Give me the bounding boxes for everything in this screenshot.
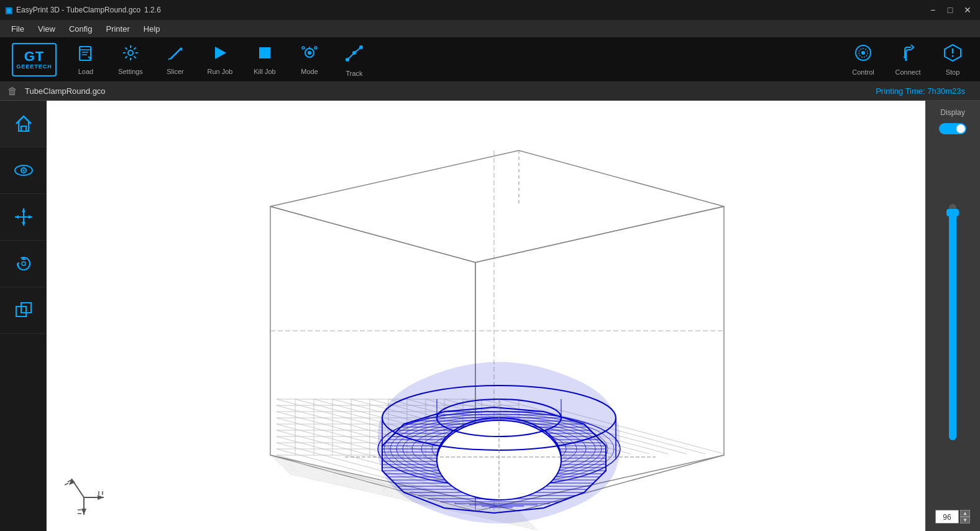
logo-gt: GT	[24, 50, 45, 63]
stop-icon	[943, 44, 962, 66]
print-time-label: Printing Time: 7h30m23s	[876, 86, 965, 96]
control-icon	[854, 44, 872, 66]
menu-view[interactable]: View	[32, 22, 62, 36]
svg-point-25	[952, 55, 954, 57]
svg-marker-165	[81, 509, 86, 515]
stop-label: Stop	[946, 68, 960, 76]
toolbar-settings[interactable]: Settings	[109, 41, 152, 78]
layer-slider-thumb[interactable]	[946, 209, 959, 216]
svg-point-12	[314, 47, 317, 49]
svg-point-20	[861, 51, 865, 55]
svg-marker-33	[22, 222, 25, 226]
close-button[interactable]: ✕	[960, 2, 975, 17]
svg-marker-34	[15, 215, 19, 219]
minimize-button[interactable]: −	[925, 2, 940, 17]
slider-up-arrow[interactable]: ▲	[960, 510, 970, 517]
mode-label: Mode	[301, 68, 318, 75]
layer-slider-container	[930, 141, 975, 504]
kill-job-icon	[256, 44, 273, 65]
svg-rect-8	[259, 47, 270, 58]
slicer-label: Slicer	[167, 68, 184, 75]
display-toggle[interactable]	[939, 123, 966, 134]
logo-text: GEEETECH	[16, 63, 52, 70]
slider-value-box: 96 ▲ ▼	[935, 510, 970, 524]
toolbar: GT GEEETECH Load Settings	[0, 37, 980, 82]
app-version: 1.2.6	[144, 6, 161, 14]
toolbar-connect[interactable]: Connect	[887, 41, 929, 78]
maximize-button[interactable]: □	[943, 2, 958, 17]
sidebar-rotate[interactable]	[0, 241, 47, 287]
svg-marker-35	[29, 215, 32, 219]
load-icon	[77, 44, 94, 65]
svg-point-23	[905, 58, 907, 61]
toolbar-kill-job[interactable]: Kill Job	[244, 41, 286, 78]
svg-point-22	[904, 56, 906, 58]
kill-job-label: Kill Job	[254, 68, 275, 75]
svg-marker-7	[215, 47, 226, 59]
menu-file[interactable]: File	[5, 22, 30, 36]
viewport-svg	[47, 101, 925, 531]
layer-slider-fill	[949, 213, 956, 440]
toolbar-control[interactable]: Control	[842, 41, 884, 78]
slider-arrows: ▲ ▼	[960, 510, 970, 524]
titlebar-controls: − □ ✕	[925, 2, 975, 17]
sidebar-clone[interactable]	[0, 287, 47, 334]
svg-line-167	[65, 483, 68, 485]
toolbar-stop[interactable]: Stop	[932, 41, 974, 78]
axes-indicator	[59, 466, 109, 519]
svg-point-37	[22, 262, 25, 266]
menu-printer[interactable]: Printer	[99, 22, 135, 36]
svg-point-10	[308, 51, 311, 55]
track-icon	[344, 42, 365, 67]
3d-object	[376, 362, 620, 524]
svg-point-4	[128, 50, 133, 55]
track-label: Track	[346, 70, 362, 77]
settings-label: Settings	[118, 68, 143, 75]
menubar: File View Config Printer Help	[0, 20, 980, 37]
toolbar-mode[interactable]: Mode	[288, 41, 331, 78]
svg-point-29	[22, 170, 24, 172]
app-title: EasyPrint 3D - TubeClampRound.gco	[16, 6, 140, 14]
titlebar-left: ▣ EasyPrint 3D - TubeClampRound.gco 1.2.…	[5, 6, 161, 15]
load-label: Load	[78, 68, 93, 75]
run-job-icon	[211, 44, 229, 65]
sidebar-view[interactable]	[0, 147, 47, 194]
svg-line-5	[170, 48, 181, 59]
logo: GT GEEETECH	[6, 41, 62, 78]
menu-help[interactable]: Help	[137, 22, 167, 36]
layer-slider-track[interactable]	[949, 204, 956, 440]
filename-label: TubeClampRound.gco	[25, 86, 106, 96]
connect-label: Connect	[895, 68, 921, 76]
viewport[interactable]	[47, 101, 925, 531]
connect-icon	[899, 44, 917, 66]
svg-point-11	[302, 47, 305, 49]
svg-line-17	[347, 53, 354, 60]
toolbar-load[interactable]: Load	[65, 41, 107, 78]
run-job-label: Run Job	[208, 68, 233, 75]
svg-marker-163	[98, 495, 104, 500]
settings-icon	[122, 44, 139, 65]
slicer-icon	[167, 44, 184, 65]
sidebar-home[interactable]	[0, 101, 47, 147]
menu-config[interactable]: Config	[63, 22, 99, 36]
titlebar: ▣ EasyPrint 3D - TubeClampRound.gco 1.2.…	[0, 0, 980, 20]
toolbar-slicer[interactable]: Slicer	[154, 41, 196, 78]
svg-line-18	[354, 47, 361, 53]
display-label: Display	[940, 108, 964, 117]
sidebar	[0, 101, 47, 531]
svg-marker-32	[22, 208, 25, 212]
toolbar-track[interactable]: Track	[333, 41, 375, 78]
trash-icon[interactable]: 🗑	[7, 86, 17, 97]
infobar: 🗑 TubeClampRound.gco Printing Time: 7h30…	[0, 82, 980, 101]
right-panel: Display 96 ▲ ▼	[925, 101, 980, 531]
main-area: Display 96 ▲ ▼	[0, 101, 980, 531]
control-label: Control	[852, 68, 874, 76]
slider-value[interactable]: 96	[935, 510, 959, 524]
sidebar-move[interactable]	[0, 194, 47, 241]
mode-icon	[301, 44, 318, 65]
svg-rect-26	[21, 126, 26, 131]
toolbar-run-job[interactable]: Run Job	[199, 41, 241, 78]
slider-down-arrow[interactable]: ▼	[960, 517, 970, 524]
